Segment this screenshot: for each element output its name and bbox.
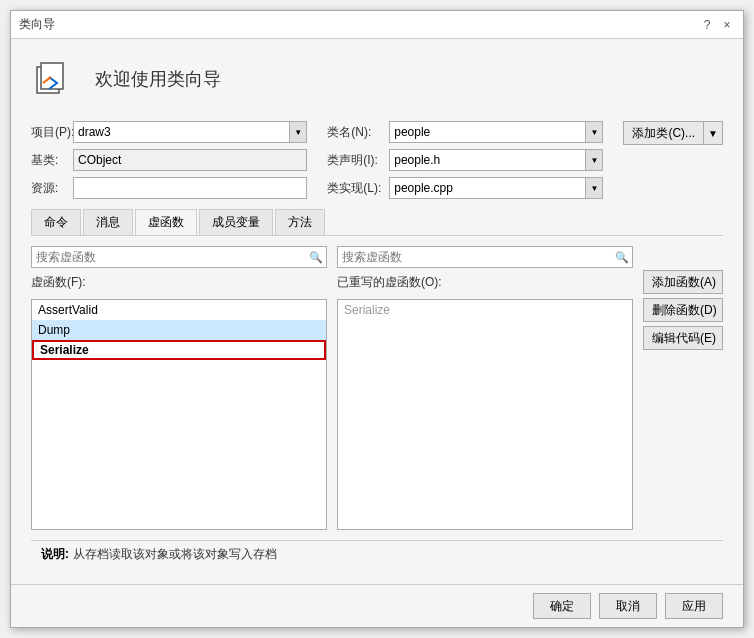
window-body: 欢迎使用类向导 项目(P): draw3 ▼ 基类: [11,39,743,584]
status-label: 说明: [41,546,69,563]
implementation-select-wrapper: people.cpp ▼ [389,177,603,199]
edit-code-button[interactable]: 编辑代码(E) [643,326,723,350]
tab-member-variables[interactable]: 成员变量 [199,209,273,235]
right-panel-label: 已重写的虚函数(O): [337,274,633,291]
left-panel-label: 虚函数(F): [31,274,327,291]
base-class-row: 基类: [31,149,307,171]
apply-button[interactable]: 应用 [665,593,723,619]
search-left-icon: 🔍 [306,247,326,267]
class-name-row: 类名(N): people ▼ [327,121,603,143]
bottom-buttons: 确定 取消 应用 [11,584,743,627]
add-class-button[interactable]: 添加类(C)... [623,121,704,145]
status-text: 从存档读取该对象或将该对象写入存档 [73,546,277,563]
svg-rect-1 [41,63,63,89]
declaration-select-wrapper: people.h ▼ [389,149,603,171]
add-function-button[interactable]: 添加函数(A) [643,270,723,294]
tab-command[interactable]: 命令 [31,209,81,235]
window-title: 类向导 [19,16,55,33]
project-select-wrapper: draw3 ▼ [73,121,307,143]
search-left[interactable]: 🔍 [31,246,327,268]
content-section: 🔍 虚函数(F): AssertValid Dump Serialize [31,246,723,530]
right-list-box[interactable]: Serialize [337,299,633,530]
source-row: 资源: [31,177,307,199]
project-select[interactable]: draw3 [73,121,307,143]
project-row: 项目(P): draw3 ▼ [31,121,307,143]
add-class-btn-group: 添加类(C)... ▼ [623,121,723,145]
close-button[interactable]: × [719,17,735,33]
base-class-input[interactable] [73,149,307,171]
title-bar: 类向导 ? × [11,11,743,39]
ok-button[interactable]: 确定 [533,593,591,619]
list-item[interactable]: Dump [32,320,326,340]
add-class-arrow-button[interactable]: ▼ [704,121,723,145]
remove-function-button[interactable]: 删除函数(D) [643,298,723,322]
list-item[interactable]: Serialize [32,340,326,360]
class-name-select-wrapper: people ▼ [389,121,603,143]
tab-message[interactable]: 消息 [83,209,133,235]
list-item[interactable]: Serialize [338,300,632,320]
main-window: 类向导 ? × 欢迎使用类向导 项 [10,10,744,628]
cancel-button[interactable]: 取消 [599,593,657,619]
tab-virtual-functions[interactable]: 虚函数 [135,209,197,235]
project-label: 项目(P): [31,124,67,141]
panel-left: 🔍 虚函数(F): AssertValid Dump Serialize [31,246,327,530]
wizard-icon [31,55,79,103]
source-input[interactable] [73,177,307,199]
declaration-row: 类声明(I): people.h ▼ [327,149,603,171]
title-bar-controls: ? × [699,17,735,33]
tabs-section: 命令 消息 虚函数 成员变量 方法 [31,209,723,236]
title-bar-left: 类向导 [19,16,55,33]
panel-buttons: 添加函数(A) 删除函数(D) 编辑代码(E) [643,246,723,530]
tab-methods[interactable]: 方法 [275,209,325,235]
help-button[interactable]: ? [699,17,715,33]
status-bar: 说明: 从存档读取该对象或将该对象写入存档 [31,540,723,568]
list-item[interactable]: AssertValid [32,300,326,320]
declaration-label: 类声明(I): [327,152,383,169]
search-right-input[interactable] [338,248,612,266]
panel-right: 🔍 已重写的虚函数(O): Serialize [337,246,633,530]
implementation-label: 类实现(L): [327,180,383,197]
implementation-row: 类实现(L): people.cpp ▼ [327,177,603,199]
left-list-box[interactable]: AssertValid Dump Serialize [31,299,327,530]
header-section: 欢迎使用类向导 [31,55,723,103]
class-name-label: 类名(N): [327,124,383,141]
search-right-icon: 🔍 [612,247,632,267]
search-right[interactable]: 🔍 [337,246,633,268]
wizard-title: 欢迎使用类向导 [95,67,221,91]
search-left-input[interactable] [32,248,306,266]
source-label: 资源: [31,180,67,197]
base-class-label: 基类: [31,152,67,169]
class-name-select[interactable]: people [389,121,603,143]
declaration-select[interactable]: people.h [389,149,603,171]
implementation-select[interactable]: people.cpp [389,177,603,199]
